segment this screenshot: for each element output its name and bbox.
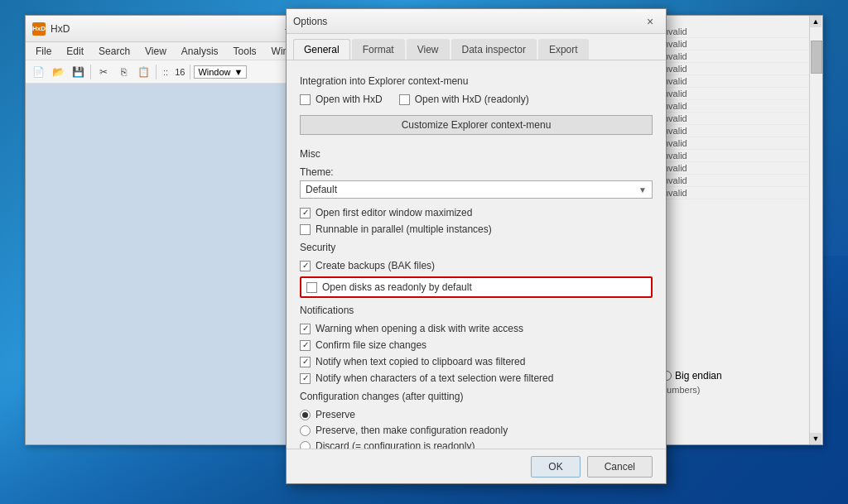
- create-backups-label: Create backups (BAK files): [316, 260, 435, 271]
- open-with-hxd-readonly-row: Open with HxD (readonly): [399, 94, 529, 105]
- open-maximized-checkmark: ✓: [302, 209, 309, 217]
- right-panel-bottom: Big endian numbers): [662, 370, 806, 395]
- toolbar-cut-button[interactable]: ✂: [94, 63, 113, 81]
- toolbar-paste-button[interactable]: 📋: [134, 63, 152, 81]
- toolbar-separator-3: [190, 65, 190, 79]
- scroll-up-button[interactable]: ▲: [810, 16, 822, 27]
- confirm-size-row: ✓ Confirm file size changes: [300, 339, 653, 351]
- warning-disk-checkbox[interactable]: ✓: [300, 324, 311, 334]
- toolbar-separator-1: [90, 65, 91, 79]
- open-readonly-label: Open disks as readonly by default: [322, 281, 472, 293]
- open-maximized-label: Open first editor window maximized: [316, 207, 472, 218]
- tab-general[interactable]: General: [293, 39, 350, 60]
- preserve-readonly-radio[interactable]: [300, 425, 311, 436]
- list-item: nvalid: [662, 175, 819, 187]
- open-readonly-highlighted-row: Open disks as readonly by default: [300, 276, 653, 298]
- dialog-footer: OK Cancel: [287, 449, 666, 483]
- confirm-size-checkbox[interactable]: ✓: [300, 340, 311, 351]
- list-item: nvalid: [662, 63, 819, 75]
- runnable-parallel-label: Runnable in parallel (multiple instances…: [316, 223, 492, 235]
- notify-selection-checkmark: ✓: [302, 374, 309, 382]
- numbers-label: numbers): [662, 385, 806, 395]
- menu-tools[interactable]: Tools: [227, 44, 263, 59]
- list-item: nvalid: [662, 113, 819, 125]
- scroll-down-button[interactable]: ▼: [810, 433, 822, 444]
- theme-value: Default: [306, 184, 337, 195]
- integration-section-header: Integration into Explorer context-menu: [300, 75, 653, 87]
- toolbar-save-button[interactable]: 💾: [69, 63, 87, 81]
- notify-clipboard-label: Notify when text copied to clipboard was…: [316, 356, 525, 367]
- create-backups-row: ✓ Create backups (BAK files): [300, 260, 653, 271]
- dialog-title: Options: [293, 16, 641, 27]
- list-item: nvalid: [662, 100, 819, 113]
- window-dropdown-label: Window: [198, 67, 230, 77]
- toolbar-new-button[interactable]: 📄: [29, 63, 47, 81]
- warning-disk-row: ✓ Warning when opening a disk with write…: [300, 323, 653, 334]
- tab-format[interactable]: Format: [352, 39, 405, 60]
- open-maximized-checkbox[interactable]: ✓: [300, 208, 311, 218]
- ok-button[interactable]: OK: [531, 456, 580, 478]
- scroll-thumb[interactable]: [811, 41, 822, 74]
- right-panel-scrollbar[interactable]: ▲ ▼: [809, 16, 822, 444]
- preserve-radio-row: Preserve: [300, 409, 653, 420]
- open-with-hxd-row: Open with HxD: [300, 94, 383, 105]
- open-with-hxd-readonly-checkbox[interactable]: [399, 94, 410, 105]
- dialog-content: Integration into Explorer context-menu O…: [287, 60, 666, 473]
- menu-view[interactable]: View: [138, 44, 173, 59]
- notify-selection-checkbox[interactable]: ✓: [300, 373, 311, 384]
- runnable-parallel-row: Runnable in parallel (multiple instances…: [300, 223, 653, 235]
- preserve-readonly-radio-row: Preserve, then make configuration readon…: [300, 425, 653, 436]
- integration-checkboxes-row: Open with HxD Open with HxD (readonly): [300, 94, 653, 110]
- notify-clipboard-row: ✓ Notify when text copied to clipboard w…: [300, 356, 653, 367]
- tab-data-inspector[interactable]: Data inspector: [451, 39, 537, 60]
- list-item: nvalid: [662, 162, 819, 175]
- create-backups-checkbox[interactable]: ✓: [300, 261, 311, 271]
- menu-file[interactable]: File: [29, 44, 58, 59]
- dialog-titlebar: Options ×: [287, 9, 666, 34]
- theme-label: Theme:: [300, 166, 653, 178]
- confirm-size-label: Confirm file size changes: [316, 339, 426, 351]
- toolbar-open-button[interactable]: 📂: [49, 63, 67, 81]
- list-item: nvalid: [662, 125, 819, 137]
- theme-dropdown-arrow: ▼: [638, 185, 647, 194]
- config-changes-section-header: Configuration changes (after quitting): [300, 391, 653, 402]
- big-endian-label: Big endian: [675, 370, 722, 382]
- data-inspector-panel: × nvalid nvalid nvalid nvalid nvalid nva…: [658, 15, 823, 445]
- window-dropdown[interactable]: Window ▼: [194, 65, 247, 79]
- confirm-size-checkmark: ✓: [302, 341, 309, 349]
- cancel-button[interactable]: Cancel: [587, 456, 653, 478]
- customize-explorer-button[interactable]: Customize Explorer context-menu: [300, 115, 653, 135]
- hxd-title: HxD: [51, 23, 274, 35]
- tab-view[interactable]: View: [407, 39, 450, 60]
- notifications-section-header: Notifications: [300, 305, 653, 316]
- list-item: nvalid: [662, 137, 819, 150]
- notify-selection-label: Notify when characters of a text selecti…: [316, 372, 553, 384]
- menu-search[interactable]: Search: [92, 44, 137, 59]
- open-with-hxd-checkbox[interactable]: [300, 94, 311, 105]
- window-dropdown-arrow: ▼: [234, 67, 243, 77]
- theme-select[interactable]: Default ▼: [300, 180, 653, 199]
- preserve-radio[interactable]: [300, 410, 311, 420]
- notify-clipboard-checkbox[interactable]: ✓: [300, 357, 311, 367]
- notify-clipboard-checkmark: ✓: [302, 358, 309, 366]
- notify-selection-row: ✓ Notify when characters of a text selec…: [300, 372, 653, 384]
- menu-analysis[interactable]: Analysis: [175, 44, 225, 59]
- list-item: nvalid: [662, 26, 819, 38]
- warning-disk-label: Warning when opening a disk with write a…: [316, 323, 523, 334]
- offset-value: 16: [175, 67, 185, 77]
- dialog-tabs: General Format View Data inspector Expor…: [287, 34, 666, 60]
- invalid-list: nvalid nvalid nvalid nvalid nvalid nvali…: [662, 26, 819, 199]
- offset-label: ::: [163, 67, 168, 77]
- dialog-close-button[interactable]: ×: [641, 12, 659, 31]
- open-readonly-checkbox[interactable]: [306, 282, 317, 293]
- runnable-parallel-checkbox[interactable]: [300, 224, 311, 235]
- toolbar-copy-button[interactable]: ⎘: [114, 63, 132, 81]
- list-item: nvalid: [662, 187, 819, 199]
- menu-edit[interactable]: Edit: [60, 44, 90, 59]
- list-item: nvalid: [662, 50, 819, 63]
- tab-export[interactable]: Export: [538, 39, 589, 60]
- misc-section-header: Misc: [300, 148, 653, 160]
- big-endian-row: Big endian: [662, 370, 806, 382]
- warning-disk-checkmark: ✓: [302, 324, 309, 333]
- preserve-readonly-label: Preserve, then make configuration readon…: [316, 425, 508, 436]
